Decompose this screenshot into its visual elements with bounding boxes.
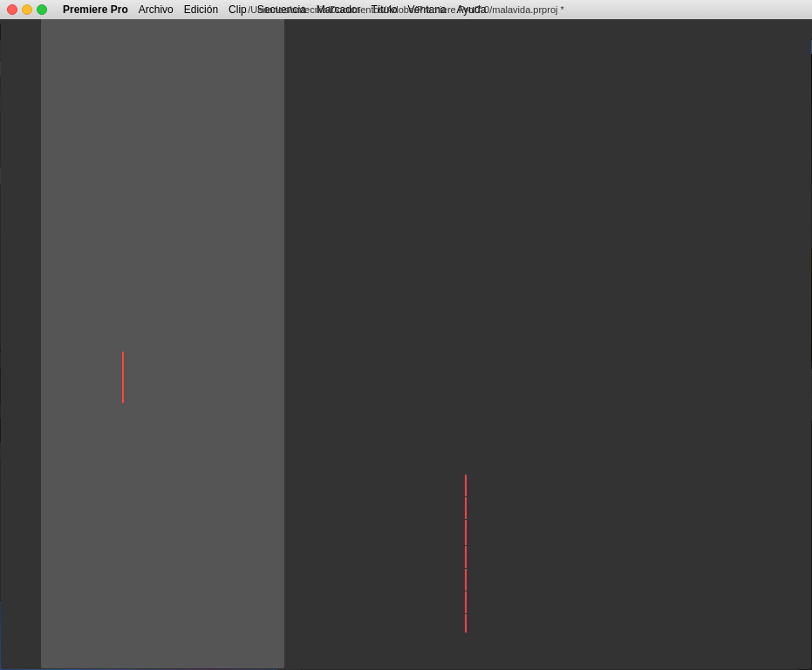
a1-playhead	[465, 546, 467, 568]
seq-scrollbar-thumb[interactable]	[41, 2, 284, 668]
effects-playhead	[122, 352, 124, 403]
menu-edicion[interactable]: Edición	[184, 3, 218, 16]
title-bar: /Usuarios/ontecnia/Documentos/Adobe/Prem…	[248, 4, 564, 15]
v3-playhead	[465, 475, 467, 496]
v2-playhead	[465, 497, 467, 519]
minimize-button[interactable]	[22, 4, 32, 15]
seq-scrollbar[interactable]	[302, 665, 798, 670]
traffic-lights	[7, 4, 47, 15]
main-layout: clips ✕ Controles de efectos ✕ Mezclador…	[0, 19, 812, 670]
menu-bar: Premiere Pro Archivo Edición Clip Secuen…	[0, 0, 812, 19]
bottom-row: Proyecto: malavida ✕ Navegador de medios…	[0, 420, 812, 670]
orig-playhead	[465, 614, 467, 632]
menu-archivo[interactable]: Archivo	[139, 3, 174, 16]
seq-scrollbar-track	[1, 1, 811, 669]
sequence-panel: Ivn Ferreiro – El Dormiln.mp4 ✕ ≡ 00:00:…	[302, 421, 798, 670]
close-button[interactable]	[7, 4, 17, 15]
app-name: Premiere Pro	[63, 3, 128, 16]
menu-clip[interactable]: Clip	[229, 3, 247, 16]
a2-playhead	[465, 569, 467, 591]
v1-playhead	[465, 520, 467, 545]
a3-playhead	[465, 591, 467, 613]
maximize-button[interactable]	[37, 4, 47, 15]
